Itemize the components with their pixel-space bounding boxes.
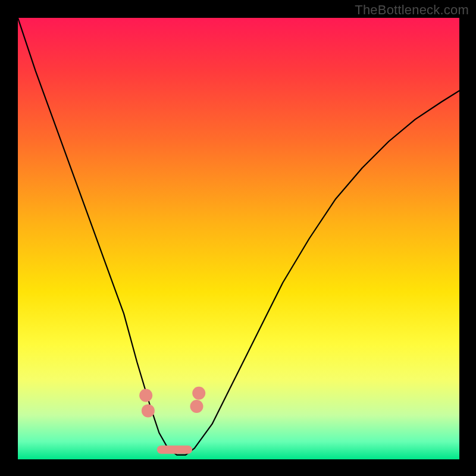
chart-frame: TheBottleneck.com <box>0 0 476 476</box>
chart-plot-area <box>18 18 459 459</box>
chart-canvas <box>18 18 459 459</box>
watermark-text: TheBottleneck.com <box>355 2 469 18</box>
